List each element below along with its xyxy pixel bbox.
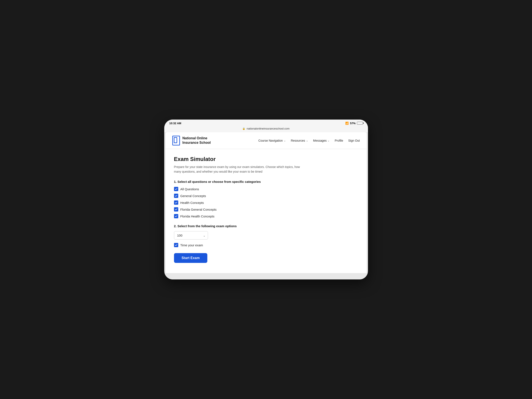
- nav-messages[interactable]: Messages: [313, 139, 330, 142]
- nav-profile[interactable]: Profile: [335, 139, 343, 142]
- checkbox-general-concepts[interactable]: General Concepts: [174, 194, 358, 198]
- wifi-icon: 📶: [345, 122, 349, 125]
- checkbox-general-concepts-label: General Concepts: [180, 194, 206, 198]
- checkbox-health-concepts[interactable]: Health Concepts: [174, 200, 358, 205]
- battery-icon: [357, 122, 363, 125]
- battery-percent: 57%: [350, 122, 355, 125]
- checkbox-florida-health[interactable]: Florida Health Concepts: [174, 214, 358, 218]
- url-bar: 🔒 nationalonlineinsuranceschool.com: [164, 126, 368, 132]
- questions-select[interactable]: 10 25 50 75 100: [174, 231, 208, 239]
- section2-title: 2. Select from the following exam option…: [174, 224, 358, 228]
- checkbox-all-questions-label: All Questions: [180, 187, 199, 191]
- browser-content: National Online Insurance School Course …: [165, 132, 367, 273]
- url-text: nationalonlineinsuranceschool.com: [247, 127, 289, 130]
- select-wrapper: 10 25 50 75 100 ⌄: [174, 231, 208, 239]
- logo-area: National Online Insurance School: [172, 136, 211, 145]
- navbar: National Online Insurance School Course …: [165, 132, 367, 149]
- time-exam-checkbox[interactable]: [174, 243, 178, 247]
- status-indicators: 📶 57%: [345, 122, 363, 125]
- checkbox-list: All Questions General Concepts Health Co…: [174, 187, 358, 218]
- start-exam-button[interactable]: Start Exam: [174, 253, 208, 263]
- time-exam-row[interactable]: Time your exam: [174, 243, 358, 247]
- checkbox-florida-general[interactable]: Florida General Concepts: [174, 207, 358, 212]
- time-display: 10:32 AM: [169, 122, 181, 125]
- nav-course-navigation[interactable]: Course Navigation: [258, 139, 286, 142]
- checkbox-florida-general-box[interactable]: [174, 207, 178, 212]
- checkbox-health-concepts-label: Health Concepts: [180, 201, 204, 205]
- checkbox-general-concepts-box[interactable]: [174, 194, 178, 198]
- checkbox-florida-general-label: Florida General Concepts: [180, 208, 217, 211]
- page-description: Prepare for your state insurance exam by…: [174, 165, 301, 174]
- time-exam-label: Time your exam: [180, 243, 203, 247]
- section1-title: 1. Select all questions or choose from s…: [174, 180, 358, 183]
- tablet-bottom: [164, 273, 368, 279]
- lock-icon: 🔒: [242, 127, 245, 130]
- main-content: Exam Simulator Prepare for your state in…: [165, 149, 367, 273]
- status-bar: 10:32 AM 📶 57%: [164, 120, 368, 126]
- checkbox-all-questions-box[interactable]: [174, 187, 178, 191]
- page-title: Exam Simulator: [174, 156, 358, 162]
- tablet-frame: 10:32 AM 📶 57% 🔒 nationalonlineinsurance…: [164, 120, 368, 280]
- checkbox-florida-health-box[interactable]: [174, 214, 178, 218]
- checkbox-all-questions[interactable]: All Questions: [174, 187, 358, 191]
- checkbox-health-concepts-box[interactable]: [174, 200, 178, 205]
- logo-icon: [172, 136, 180, 145]
- nav-links: Course Navigation Resources Messages Pro…: [258, 139, 360, 142]
- nav-sign-out[interactable]: Sign Out: [348, 139, 360, 142]
- checkbox-florida-health-label: Florida Health Concepts: [180, 214, 215, 218]
- logo-text: National Online Insurance School: [183, 136, 211, 145]
- nav-resources[interactable]: Resources: [291, 139, 308, 142]
